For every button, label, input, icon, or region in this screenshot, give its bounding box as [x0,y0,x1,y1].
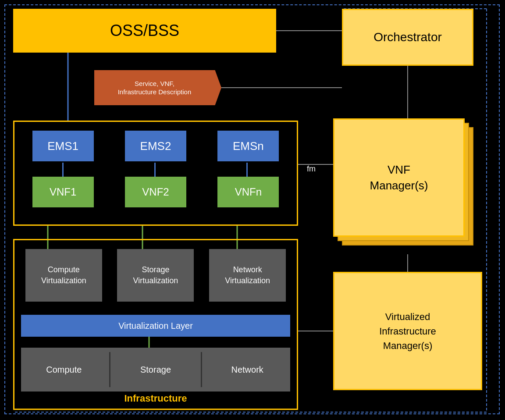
oss-bss-label: OSS/BSS [110,21,179,40]
vnf-manager-front: VNFManager(s) [333,118,465,237]
storage-virt-label: StorageVirtualization [133,264,178,286]
ems2-vnf2-line [154,163,156,177]
orchestrator-box: Orchestrator [342,9,473,66]
compute-virt-label: ComputeVirtualization [41,264,86,286]
ems1-label: EMS1 [47,139,78,153]
network-hw-cell: Network [207,350,288,389]
ems2-box: EMS2 [125,131,186,161]
ems-row: EMS1 EMS2 EMSn [23,131,288,161]
emsn-label: EMSn [233,139,264,153]
infra-container: ComputeVirtualization StorageVirtualizat… [13,239,298,410]
vnf1-box: VNF1 [32,177,94,207]
network-hw-label: Network [231,365,263,375]
hw-row: Compute Storage Network [21,348,290,392]
vnf1-label: VNF1 [50,186,76,198]
infra-text: Infrastructure [124,393,187,404]
compute-hw-cell: Compute [23,350,104,389]
ems-vnf-container: EMS1 EMS2 EMSn VNF1 VNF2 VNFn [13,121,298,226]
storage-hw-label: Storage [140,365,171,375]
orchestrator-label: Orchestrator [373,30,442,44]
virt-row: ComputeVirtualization StorageVirtualizat… [21,249,290,302]
compute-virt-box: ComputeVirtualization [25,249,102,302]
infra-label: Infrastructure [14,393,297,404]
hw-divider-2 [201,352,202,387]
vnf-row: VNF1 VNF2 VNFn [23,177,288,207]
diagram: OSS/BSS Service, VNF,Infrastructure Desc… [0,0,505,420]
compute-hw-label: Compute [46,365,82,375]
ems1-vnf1-line [62,163,64,177]
ems1-box: EMS1 [32,131,94,161]
vnf2-label: VNF2 [142,186,169,198]
vim-box: VirtualizedInfrastructureManager(s) [333,272,482,390]
emsn-vnfn-line [246,163,248,177]
storage-hw-cell: Storage [115,350,196,389]
ems2-label: EMS2 [140,139,171,153]
vnf2-box: VNF2 [125,177,186,207]
service-vnf-box: Service, VNF,Infrastructure Description [94,70,221,105]
service-vnf-label: Service, VNF,Infrastructure Description [118,79,192,96]
virt-layer-box: Virtualization Layer [21,315,290,337]
vnf-manager-group: VNFManager(s) [333,118,482,254]
vim-label: VirtualizedInfrastructureManager(s) [379,310,436,353]
vnfn-box: VNFn [217,177,279,207]
vnf-manager-label: VNFManager(s) [370,162,428,194]
fm-label: fm [307,164,316,174]
network-virt-label: NetworkVirtualization [225,264,270,286]
hw-divider-1 [109,352,110,387]
emsn-box: EMSn [217,131,279,161]
oss-bss-box: OSS/BSS [13,9,276,53]
storage-virt-box: StorageVirtualization [117,249,194,302]
network-virt-box: NetworkVirtualization [209,249,286,302]
virt-layer-label: Virtualization Layer [118,321,193,331]
vnfn-label: VNFn [235,186,262,198]
